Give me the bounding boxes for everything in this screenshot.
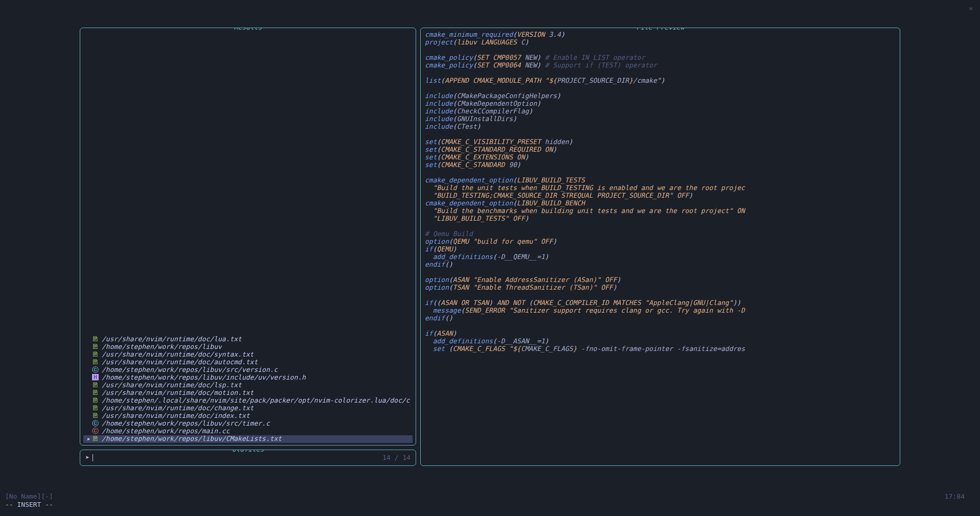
result-row[interactable]: ▸🖹/home/stephen/work/repos/libuv/CMakeLi… <box>83 435 413 443</box>
prompt-panel[interactable]: Oldfiles ➤ 14 / 14 <box>80 450 416 466</box>
file-path: /usr/share/nvim/runtime/doc/motion.txt <box>102 389 254 397</box>
telescope-workspace: Results 🖹/usr/share/nvim/runtime/doc/lua… <box>80 28 900 466</box>
file-path: /usr/share/nvim/runtime/doc/change.txt <box>102 405 254 412</box>
preview-body[interactable]: cmake_minimum_required(VERSION 3.4)proje… <box>421 28 900 465</box>
code-line <box>425 292 896 299</box>
code-line: if(ASAN) <box>425 330 896 338</box>
status-buffer-name: [No Name][-] <box>5 493 53 501</box>
file-path: /home/stephen/work/repos/libuv/CMakeList… <box>102 435 282 443</box>
result-row[interactable]: ⓒ/home/stephen/work/repos/libuv/src/vers… <box>83 366 413 374</box>
code-line: include(CMakeDependentOption) <box>425 100 896 108</box>
result-row[interactable]: ⓒ/home/stephen/work/repos/libuv/src/time… <box>83 420 413 428</box>
result-row[interactable]: 🖹/home/stephen/work/repos/libuv <box>83 343 413 351</box>
filetype-icon: 🖹 <box>92 359 99 366</box>
result-row[interactable]: 🖹/usr/share/nvim/runtime/doc/syntax.txt <box>83 351 413 359</box>
file-path: /usr/share/nvim/runtime/doc/lua.txt <box>102 336 242 343</box>
file-path: /usr/share/nvim/runtime/doc/autocmd.txt <box>102 359 258 366</box>
code-line: set(CMAKE_C_STANDARD_REQUIRED ON) <box>425 146 896 154</box>
result-row[interactable]: 🖹/usr/share/nvim/runtime/doc/lua.txt <box>83 336 413 343</box>
preview-panel: File Preview cmake_minimum_required(VERS… <box>420 28 900 466</box>
prompt-icon: ➤ <box>85 454 89 462</box>
file-path: /home/stephen/work/repos/main.cc <box>102 428 230 435</box>
code-line <box>425 69 896 77</box>
code-line <box>425 169 896 177</box>
result-row[interactable]: 🖹/usr/share/nvim/runtime/doc/lsp.txt <box>83 382 413 389</box>
status-mode: -- INSERT -- <box>5 501 53 509</box>
code-line: list(APPEND CMAKE_MODULE_PATH "${PROJECT… <box>425 77 896 85</box>
code-line <box>425 322 896 330</box>
results-list[interactable]: 🖹/usr/share/nvim/runtime/doc/lua.txt 🖹/h… <box>83 336 413 443</box>
code-line: # Qemu Build <box>425 230 896 238</box>
selection-arrow-icon: ▸ <box>85 435 92 443</box>
file-path: /home/stephen/.local/share/nvim/site/pac… <box>102 397 411 405</box>
file-path: /usr/share/nvim/runtime/doc/index.txt <box>102 412 250 420</box>
code-line: cmake_dependent_option(LIBUV_BUILD_BENCH <box>425 200 896 207</box>
filetype-icon: ⓒ <box>92 420 99 428</box>
code-line: endif() <box>425 261 896 269</box>
filetype-icon: ⓒ <box>92 366 99 374</box>
close-icon[interactable]: × <box>969 5 973 13</box>
code-line: include(CheckCCompilerFlag) <box>425 108 896 115</box>
code-line: "Build the unit tests when BUILD_TESTING… <box>425 184 896 192</box>
filetype-icon: 🅷 <box>92 374 99 382</box>
result-row[interactable]: 🅷/home/stephen/work/repos/libuv/include/… <box>83 374 413 382</box>
filetype-icon: 🖹 <box>92 336 99 343</box>
filetype-icon: 🖹 <box>92 343 99 351</box>
code-line: include(CMakePackageConfigHelpers) <box>425 92 896 100</box>
code-line: option(TSAN "Enable ThreadSanitizer (TSa… <box>425 284 896 292</box>
code-line: cmake_dependent_option(LIBUV_BUILD_TESTS <box>425 177 896 184</box>
code-line: "BUILD_TESTING;CMAKE_SOURCE_DIR STREQUAL… <box>425 192 896 200</box>
code-line <box>425 269 896 276</box>
file-path: /home/stephen/work/repos/libuv/include/u… <box>102 374 306 382</box>
prompt-title: Oldfiles <box>229 450 267 454</box>
code-line: include(GNUInstallDirs) <box>425 115 896 123</box>
code-line: set(CMAKE_C_EXTENSIONS ON) <box>425 154 896 161</box>
code-line: if(QEMU) <box>425 246 896 253</box>
result-row[interactable]: 🖹/usr/share/nvim/runtime/doc/autocmd.txt <box>83 359 413 366</box>
code-line: include(CTest) <box>425 123 896 131</box>
code-line: set(CMAKE_C_STANDARD 90) <box>425 161 896 169</box>
filetype-icon: 🖹 <box>92 405 99 412</box>
code-line <box>425 223 896 230</box>
filetype-icon: 🖹 <box>92 389 99 397</box>
prompt-cursor[interactable] <box>93 454 93 461</box>
code-line: if((ASAN OR TSAN) AND NOT (CMAKE_C_COMPI… <box>425 299 896 307</box>
file-path: /home/stephen/work/repos/libuv/src/versi… <box>102 366 278 374</box>
result-counter: 14 / 14 <box>382 454 411 462</box>
code-line <box>425 131 896 138</box>
file-path: /usr/share/nvim/runtime/doc/lsp.txt <box>102 382 242 389</box>
code-line: option(ASAN "Enable AddressSanitizer (AS… <box>425 276 896 284</box>
filetype-icon: 🖹 <box>92 397 99 405</box>
file-path: /home/stephen/work/repos/libuv <box>102 343 222 351</box>
results-title: Results <box>231 28 265 32</box>
preview-title: File Preview <box>633 28 688 32</box>
result-row[interactable]: 🖹/usr/share/nvim/runtime/doc/motion.txt <box>83 389 413 397</box>
filetype-icon: ⓒ <box>92 428 99 435</box>
file-path: /usr/share/nvim/runtime/doc/syntax.txt <box>102 351 254 359</box>
status-cursor-pos: 17:84 <box>945 493 965 501</box>
code-line <box>425 46 896 54</box>
code-line: option(QEMU "build for qemu" OFF) <box>425 238 896 246</box>
code-line: add_definitions(-D__ASAN__=1) <box>425 338 896 345</box>
filetype-icon: 🖹 <box>92 382 99 389</box>
filetype-icon: 🖹 <box>92 412 99 420</box>
filetype-icon: 🖹 <box>92 351 99 359</box>
code-line: message(SEND_ERROR "Sanitizer support re… <box>425 307 896 315</box>
code-line: set(CMAKE_C_VISIBILITY_PRESET hidden) <box>425 138 896 146</box>
file-path: /home/stephen/work/repos/libuv/src/timer… <box>102 420 270 428</box>
code-line: cmake_policy(SET CMP0064 NEW) # Support … <box>425 62 896 69</box>
code-line: cmake_policy(SET CMP0057 NEW) # Enable I… <box>425 54 896 62</box>
code-line: "LIBUV_BUILD_TESTS" OFF) <box>425 215 896 223</box>
code-line: cmake_minimum_required(VERSION 3.4) <box>425 31 896 39</box>
results-panel: Results 🖹/usr/share/nvim/runtime/doc/lua… <box>80 28 416 445</box>
code-line: add_definitions(-D__QEMU__=1) <box>425 253 896 261</box>
filetype-icon: 🖹 <box>92 435 99 443</box>
code-line: project(libuv LANGUAGES C) <box>425 39 896 46</box>
result-row[interactable]: 🖹/usr/share/nvim/runtime/doc/change.txt <box>83 405 413 412</box>
code-line <box>425 85 896 92</box>
result-row[interactable]: 🖹/usr/share/nvim/runtime/doc/index.txt <box>83 412 413 420</box>
code-line: "Build the benchmarks when building unit… <box>425 207 896 215</box>
result-row[interactable]: ⓒ/home/stephen/work/repos/main.cc <box>83 428 413 435</box>
code-line: endif() <box>425 315 896 322</box>
result-row[interactable]: 🖹/home/stephen/.local/share/nvim/site/pa… <box>83 397 413 405</box>
